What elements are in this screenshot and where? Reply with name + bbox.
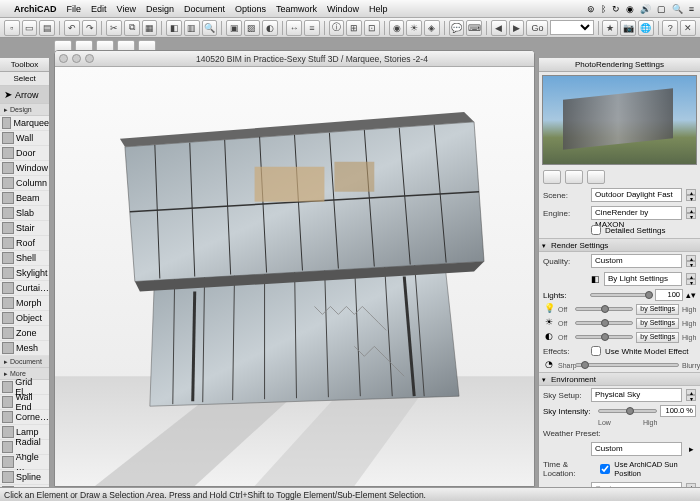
corner-tool[interactable]: Corne… xyxy=(0,410,49,425)
bluetooth-icon[interactable]: ᛒ xyxy=(601,4,606,14)
tb-paste-icon[interactable]: ▦ xyxy=(142,20,158,36)
tb-align-icon[interactable]: ⊞ xyxy=(346,20,362,36)
scene-select[interactable]: Outdoor Daylight Fast xyxy=(591,188,682,202)
toolbox-select-label[interactable]: Select xyxy=(0,72,49,86)
wallend-tool[interactable]: Wall End xyxy=(0,395,49,410)
tb-globe-icon[interactable]: 🌐 xyxy=(638,20,654,36)
preview-refresh-icon[interactable] xyxy=(587,170,605,184)
tb-nav-select[interactable] xyxy=(550,20,593,35)
wall-tool[interactable]: Wall xyxy=(0,131,49,146)
sync-icon[interactable]: ↻ xyxy=(612,4,620,14)
tb-info-icon[interactable]: ⓘ xyxy=(329,20,345,36)
preview-size-icon[interactable] xyxy=(543,170,561,184)
tb-cut-icon[interactable]: ✂ xyxy=(106,20,122,36)
quality2-select[interactable]: By Light Settings xyxy=(604,272,682,286)
roof-tool[interactable]: Roof xyxy=(0,236,49,251)
engine-stepper[interactable]: ▴▾ xyxy=(686,207,696,219)
arrow-tool[interactable]: Arrow xyxy=(0,86,49,104)
section-document[interactable]: ▸ Document xyxy=(0,356,49,368)
menu-teamwork[interactable]: Teamwork xyxy=(276,4,317,14)
tb-redo-icon[interactable]: ↷ xyxy=(82,20,98,36)
detailed-checkbox[interactable] xyxy=(591,225,601,235)
tb-view-icon[interactable]: ▥ xyxy=(184,20,200,36)
tb-favorites-icon[interactable]: ★ xyxy=(602,20,618,36)
morph-tool[interactable]: Morph xyxy=(0,296,49,311)
curtainwall-tool[interactable]: Curtai… xyxy=(0,281,49,296)
menu-document[interactable]: Document xyxy=(184,4,225,14)
sun-slider[interactable] xyxy=(575,321,633,325)
beam-tool[interactable]: Beam xyxy=(0,191,49,206)
tb-copy-icon[interactable]: ⧉ xyxy=(124,20,140,36)
tb-render-icon[interactable]: ◐ xyxy=(262,20,278,36)
menu-file[interactable]: File xyxy=(67,4,82,14)
render-preview[interactable] xyxy=(542,75,697,165)
quality-select[interactable]: Custom xyxy=(591,254,682,268)
menu-help[interactable]: Help xyxy=(369,4,388,14)
shell-tool[interactable]: Shell xyxy=(0,251,49,266)
column-tool[interactable]: Column xyxy=(0,176,49,191)
tb-camera-icon[interactable]: ◉ xyxy=(389,20,405,36)
3d-viewport[interactable] xyxy=(55,67,534,486)
slab-tool[interactable]: Slab xyxy=(0,206,49,221)
lights-stepper[interactable]: ▴▾ xyxy=(686,290,696,300)
quality-stepper[interactable]: ▴▾ xyxy=(686,255,696,267)
tb-ruler-icon[interactable]: ≡ xyxy=(304,20,320,36)
close-dot-icon[interactable] xyxy=(59,54,68,63)
menu-window[interactable]: Window xyxy=(327,4,359,14)
object-tool[interactable]: Object xyxy=(0,311,49,326)
spline-tool[interactable]: Spline xyxy=(0,470,49,485)
ambient-by-settings[interactable]: by Settings xyxy=(636,332,679,343)
bulb-by-settings[interactable]: by Settings xyxy=(636,304,679,315)
notification-icon[interactable]: ≡ xyxy=(689,4,694,14)
mesh-tool[interactable]: Mesh xyxy=(0,341,49,356)
spotlight-icon[interactable]: 🔍 xyxy=(672,4,683,14)
sky-int-slider[interactable] xyxy=(598,409,657,413)
menu-edit[interactable]: Edit xyxy=(91,4,107,14)
engine-select[interactable]: CineRender by MAXON xyxy=(591,206,682,220)
angle-tool[interactable]: Angle … xyxy=(0,455,49,470)
tb-keyboard-icon[interactable]: ⌨ xyxy=(466,20,482,36)
tb-save-icon[interactable]: ▤ xyxy=(39,20,55,36)
tb-measure-icon[interactable]: ↔ xyxy=(286,20,302,36)
window-tool[interactable]: Window xyxy=(0,161,49,176)
wifi-icon[interactable]: ⊚ xyxy=(587,4,595,14)
preview-export-icon[interactable] xyxy=(565,170,583,184)
tb-fwd-icon[interactable]: ▶ xyxy=(509,20,525,36)
ambient-slider[interactable] xyxy=(575,335,633,339)
skylight-tool[interactable]: Skylight xyxy=(0,266,49,281)
lights-slider[interactable] xyxy=(590,293,652,297)
menu-view[interactable]: View xyxy=(117,4,136,14)
tb-back-icon[interactable]: ◀ xyxy=(491,20,507,36)
min-dot-icon[interactable] xyxy=(72,54,81,63)
signal-icon[interactable]: ◉ xyxy=(626,4,634,14)
sky-setup-stepper[interactable]: ▴▾ xyxy=(686,389,696,401)
weather-arrow-icon[interactable]: ▸ xyxy=(686,444,696,454)
tb-open-icon[interactable]: ▭ xyxy=(22,20,38,36)
tb-camera2-icon[interactable]: 📷 xyxy=(620,20,636,36)
tb-x-icon[interactable]: ✕ xyxy=(680,20,696,36)
tb-3d-icon[interactable]: ▣ xyxy=(226,20,242,36)
tb-new-icon[interactable]: ▫ xyxy=(4,20,20,36)
tb-layer-icon[interactable]: ◧ xyxy=(166,20,182,36)
tb-group-icon[interactable]: ⊡ xyxy=(364,20,380,36)
menu-options[interactable]: Options xyxy=(235,4,266,14)
stair-tool[interactable]: Stair xyxy=(0,221,49,236)
weather-select[interactable]: Custom xyxy=(591,442,682,456)
white-model-checkbox[interactable] xyxy=(591,346,601,356)
zoom-dot-icon[interactable] xyxy=(85,54,94,63)
sky-int-value[interactable]: 100.0 % xyxy=(660,405,696,417)
battery-icon[interactable]: ▢ xyxy=(657,4,666,14)
tb-material-icon[interactable]: ◈ xyxy=(424,20,440,36)
section-design[interactable]: ▸ Design xyxy=(0,104,49,116)
tb-help-icon[interactable]: ? xyxy=(662,20,678,36)
tb-sun-icon[interactable]: ☀ xyxy=(406,20,422,36)
tb-section-icon[interactable]: ▨ xyxy=(244,20,260,36)
render-settings-header[interactable]: Render Settings xyxy=(539,238,700,252)
menu-design[interactable]: Design xyxy=(146,4,174,14)
bulb-slider[interactable] xyxy=(575,307,633,311)
door-tool[interactable]: Door xyxy=(0,146,49,161)
use-sun-checkbox[interactable] xyxy=(600,464,610,474)
marquee-tool[interactable]: Marquee xyxy=(0,116,49,131)
quality2-stepper[interactable]: ▴▾ xyxy=(686,273,696,285)
sun-by-settings[interactable]: by Settings xyxy=(636,318,679,329)
